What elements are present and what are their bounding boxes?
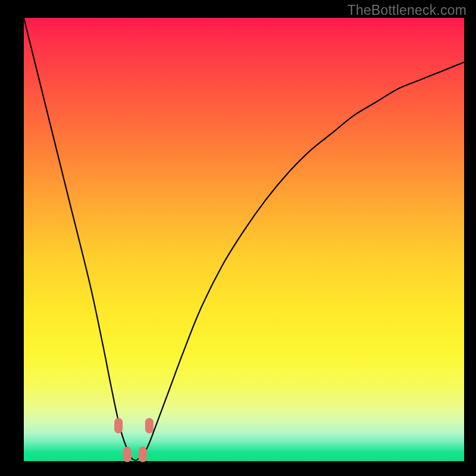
curve-marker — [123, 447, 131, 462]
figure-root: TheBottleneck.com — [0, 0, 476, 476]
plot-area — [24, 18, 464, 461]
chart-svg — [24, 18, 464, 461]
curve-marker — [145, 418, 154, 433]
bottleneck-curve — [24, 18, 464, 461]
watermark-text: TheBottleneck.com — [347, 2, 466, 18]
curve-marker — [139, 447, 147, 462]
curve-marker — [114, 418, 123, 433]
